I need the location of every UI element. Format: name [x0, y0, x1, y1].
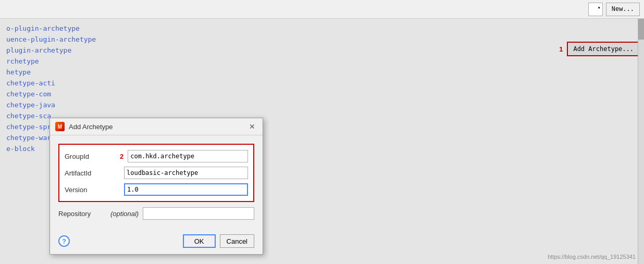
artifact-id-input[interactable]	[124, 167, 248, 179]
archetype-dropdown[interactable]	[588, 3, 603, 16]
repository-input[interactable]	[143, 207, 254, 220]
cancel-button[interactable]: Cancel	[220, 234, 254, 248]
main-content: 1 Add Archetype... o-plugin-archetype ue…	[0, 19, 644, 264]
new-button[interactable]: New...	[606, 3, 640, 16]
red-bordered-section: GroupId 2 ArtifactId Version	[58, 144, 254, 202]
group-id-label: GroupId	[65, 153, 117, 160]
dialog-icon-letter: M	[58, 124, 62, 130]
dialog-titlebar: M Add Archetype ✕	[50, 118, 263, 135]
ok-button[interactable]: OK	[183, 234, 216, 248]
group-id-input[interactable]	[128, 150, 248, 162]
help-button[interactable]: ?	[58, 235, 70, 247]
group-id-row: GroupId 2	[65, 150, 248, 162]
dialog-app-icon: M	[55, 122, 65, 131]
repository-label: Repository	[58, 210, 110, 218]
version-row: Version	[65, 183, 248, 196]
dialog-footer: ? OK Cancel	[50, 230, 263, 254]
dialog-close-button[interactable]: ✕	[247, 121, 257, 132]
repository-optional-label: (optional)	[110, 210, 139, 218]
artifact-id-row: ArtifactId	[65, 167, 248, 179]
version-input[interactable]	[124, 183, 248, 196]
add-archetype-dialog: M Add Archetype ✕ GroupId 2 ArtifactId	[49, 118, 263, 255]
dialog-body: GroupId 2 ArtifactId Version Repository	[50, 135, 263, 230]
step-2-number: 2	[120, 153, 123, 160]
artifact-id-label: ArtifactId	[65, 169, 117, 177]
top-toolbar: New...	[0, 0, 644, 19]
repository-row: Repository (optional)	[58, 207, 254, 220]
version-label: Version	[65, 186, 117, 194]
dropdown-container	[588, 3, 603, 16]
dialog-title: Add Archetype	[69, 123, 243, 131]
